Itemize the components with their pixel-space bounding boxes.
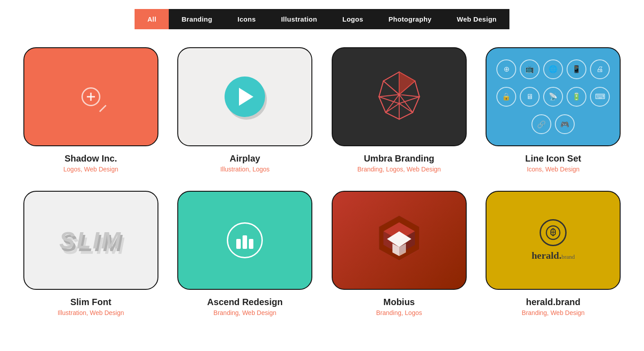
herald-badge-icon xyxy=(540,219,567,246)
list-item: SLIM Slim Font Illustration, Web Design xyxy=(21,191,162,316)
filter-illustration[interactable]: Illustration xyxy=(268,9,329,29)
list-item: Mobius Branding, Logos xyxy=(329,191,470,316)
list-item: Umbra Branding Branding, Logos, Web Desi… xyxy=(329,47,470,173)
filter-logos[interactable]: Logos xyxy=(330,9,376,29)
item-tags: Illustration, Logos xyxy=(220,166,270,173)
item-tags: Branding, Web Design xyxy=(213,309,276,316)
item-title: Ascend Redesign xyxy=(207,297,283,307)
item-tags: Logos, Web Design xyxy=(63,166,118,173)
mobius-thumb[interactable] xyxy=(332,191,467,290)
item-tags: Illustration, Web Design xyxy=(58,309,124,316)
item-tags: Icons, Web Design xyxy=(527,166,580,173)
list-item: herald.brand herald.brand Branding, Web … xyxy=(483,191,624,316)
herald-brand-text: herald.brand xyxy=(531,250,575,261)
list-item: Shadow Inc. Logos, Web Design xyxy=(21,47,162,173)
icon-circle: ⌨ xyxy=(590,87,610,107)
item-title: Shadow Inc. xyxy=(64,153,117,164)
filter-branding[interactable]: Branding xyxy=(169,9,225,29)
play-icon xyxy=(239,88,253,106)
airplay-circle xyxy=(225,76,265,117)
shadow-inc-thumb[interactable] xyxy=(23,47,158,146)
filter-photography[interactable]: Photography xyxy=(376,9,444,29)
ascend-thumb[interactable] xyxy=(177,191,312,290)
herald-thumb[interactable]: herald.brand xyxy=(486,191,621,290)
bar-small xyxy=(236,239,241,249)
item-tags: Branding, Logos, Web Design xyxy=(357,166,441,173)
item-title: Slim Font xyxy=(70,297,111,307)
filter-icons[interactable]: Icons xyxy=(225,9,269,29)
slim-text: SLIM xyxy=(59,227,122,254)
bar-small xyxy=(249,239,253,249)
search-plus-icon xyxy=(81,87,100,106)
portfolio-grid: Shadow Inc. Logos, Web Design Airplay Il… xyxy=(12,47,633,316)
item-title: Mobius xyxy=(383,297,415,307)
icon-circle: 📱 xyxy=(567,59,586,79)
icon-circle: 🌐 xyxy=(543,59,563,79)
icon-circle: 🎮 xyxy=(555,114,575,134)
line-icon-thumb[interactable]: ⊕ 📺 🌐 📱 🖨 🔒 🖥 📡 🔋 ⌨ 🔗 🎮 xyxy=(486,47,621,146)
icon-circle: 🖥 xyxy=(520,87,540,107)
item-title: herald.brand xyxy=(526,297,581,307)
item-tags: Branding, Logos xyxy=(376,309,422,316)
icon-circle: 🔒 xyxy=(496,87,516,107)
ascend-bars-icon xyxy=(227,222,263,258)
svg-marker-4 xyxy=(379,81,399,97)
item-title: Umbra Branding xyxy=(364,153,434,164)
item-tags: Branding, Web Design xyxy=(522,309,585,316)
svg-marker-8 xyxy=(386,94,399,119)
bar-medium xyxy=(243,235,247,249)
item-title: Line Icon Set xyxy=(525,153,581,164)
filter-nav: All Branding Icons Illustration Logos Ph… xyxy=(9,9,635,29)
svg-marker-9 xyxy=(399,94,413,119)
herald-brand-suffix: brand xyxy=(562,253,575,261)
filter-all[interactable]: All xyxy=(135,9,169,29)
slim-thumb[interactable]: SLIM xyxy=(23,191,158,290)
herald-shield-icon xyxy=(545,225,561,240)
icon-circle: 🔗 xyxy=(531,114,551,134)
mobius-shape-icon xyxy=(370,211,428,270)
list-item: Airplay Illustration, Logos xyxy=(175,47,315,173)
airplay-thumb[interactable] xyxy=(177,47,312,146)
umbra-thumb[interactable] xyxy=(332,47,467,146)
filter-web-design[interactable]: Web Design xyxy=(444,9,509,29)
icon-circle: 📺 xyxy=(520,59,540,79)
icon-circle: 📡 xyxy=(543,87,563,107)
list-item: Ascend Redesign Branding, Web Design xyxy=(175,191,315,316)
icon-circle: 🖨 xyxy=(590,59,610,79)
icon-circle: 🔋 xyxy=(567,87,586,107)
list-item: ⊕ 📺 🌐 📱 🖨 🔒 🖥 📡 🔋 ⌨ 🔗 🎮 Line Icon Set Ic… xyxy=(483,47,624,173)
umbra-polygon-icon xyxy=(365,63,433,130)
icon-circle: ⊕ xyxy=(496,59,516,79)
item-title: Airplay xyxy=(230,153,260,164)
herald-name: herald. xyxy=(531,250,562,261)
